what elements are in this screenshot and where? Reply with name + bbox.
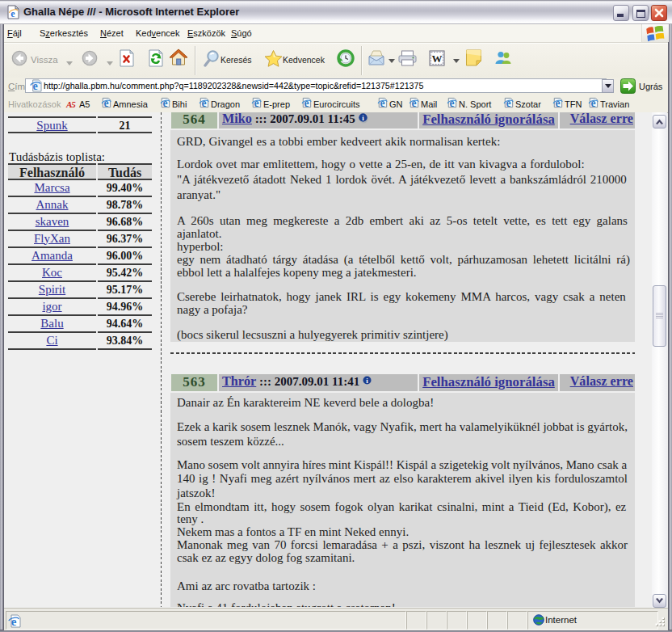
svg-text:e: e (32, 79, 37, 92)
svg-text:e: e (11, 615, 17, 628)
svg-text:W: W (432, 53, 443, 65)
